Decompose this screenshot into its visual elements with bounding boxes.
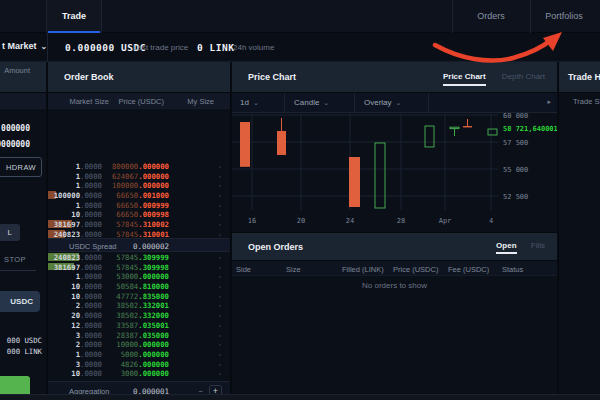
order-book-title: Order Book [64, 72, 114, 82]
total-usdc: 000 USDC [7, 336, 42, 345]
ask-row[interactable]: 10.000066650.000998- [48, 209, 230, 219]
market-size-cell: 381697.0000 [54, 220, 102, 229]
my-size-cell: - [218, 369, 222, 378]
my-size-cell: - [218, 301, 222, 310]
my-size-cell: - [218, 311, 222, 320]
bid-row[interactable]: 10.000050584.810000- [48, 281, 230, 291]
overlay-dropdown[interactable]: Overlay⌄ [364, 98, 401, 107]
trade-history-header: Trade His [559, 62, 600, 93]
ask-row[interactable]: 1.0000100000.000000- [48, 180, 230, 190]
price-cell: 800000.000000 [112, 162, 169, 171]
market-size-cell: 1.0000 [76, 272, 102, 281]
market-size-cell: 20.0000 [71, 311, 102, 320]
bid-row[interactable]: 1.000053000.000000- [48, 271, 230, 281]
market-size-cell: 10.0000 [71, 292, 102, 301]
market-size-cell: 381697.0000 [54, 263, 102, 272]
price-chart-title: Price Chart [248, 72, 296, 82]
price-cell: 3000.000000 [121, 369, 169, 378]
bid-row[interactable]: 240823.000057845.309999- [48, 252, 230, 262]
bottom-strip [0, 394, 600, 400]
candle [488, 129, 497, 135]
tab-fills[interactable]: Fills [531, 241, 545, 252]
tab-trade[interactable]: Trade [47, 0, 101, 33]
nav-separator [530, 0, 531, 33]
candle [450, 127, 459, 128]
price-cell: 57845.310002 [116, 220, 169, 229]
ask-row[interactable]: 381697.000057845.310002- [48, 219, 230, 229]
col-side: Side [236, 265, 251, 274]
market-size-cell: 3.0000 [76, 360, 102, 369]
nav-portfolios-link[interactable]: Portfolios [534, 0, 594, 33]
ask-row[interactable]: 1.0000800000.000000- [48, 161, 230, 171]
bid-row[interactable]: 20.000038502.332000- [48, 310, 230, 320]
open-orders-panel: Open Orders Open Fills SideSizeFilled (L… [232, 232, 557, 394]
y-axis-label: 55 000 [503, 166, 528, 174]
bid-row[interactable]: 3.00004826.000000- [48, 359, 230, 369]
bar-separator [47, 33, 48, 62]
amount-column-label: Amount [4, 66, 30, 75]
candle [425, 126, 434, 147]
currency-button[interactable]: USDC [0, 291, 40, 312]
price-cell: 4826.000000 [121, 360, 169, 369]
price-cell: 5000.000000 [121, 350, 169, 359]
tab-price-chart[interactable]: Price Chart [443, 72, 486, 86]
market-size-cell: 1.0000 [76, 181, 102, 190]
tab-trade-label: Trade [62, 11, 86, 21]
candle [375, 143, 385, 208]
price-cell: 53000.000000 [116, 272, 169, 281]
bid-row[interactable]: 12.000033587.035001- [48, 320, 230, 330]
col-trade-size: Trade Siz [573, 97, 600, 106]
bid-row[interactable]: 10.000047772.835000- [48, 291, 230, 301]
top-nav-bar: Trade Orders Portfolios [0, 0, 600, 33]
market-size-cell: 2.0000 [76, 301, 102, 310]
market-size-cell: 100000.0000 [54, 191, 102, 200]
col-fee-usdc-: Fee (USDC) [448, 265, 489, 274]
interval-dropdown[interactable]: 1d⌄ [240, 98, 259, 107]
candle [277, 131, 286, 155]
market-size-cell: 10.0000 [71, 210, 102, 219]
ask-row[interactable]: 1.0000624067.000000- [48, 171, 230, 181]
expand-arrow-icon[interactable]: ▸ [547, 98, 551, 106]
bid-row[interactable]: 2.000010000.000000- [48, 339, 230, 349]
market-selector-dropdown[interactable]: t Market⌄ [2, 41, 47, 51]
balance-value-1: .000000 [0, 124, 30, 133]
sell-tab-fragment[interactable]: L [0, 224, 20, 241]
market-size-cell: 12.0000 [71, 321, 102, 330]
bid-row[interactable]: 2.000038502.332001- [48, 300, 230, 310]
market-size-cell: 1.0000 [76, 162, 102, 171]
my-size-cell: - [218, 253, 222, 262]
spread-value: 0.000002 [133, 242, 169, 251]
price-chart-panel: Price Chart Price Chart Depth Chart 1d⌄ … [232, 62, 557, 232]
candle [463, 126, 472, 127]
my-size-cell: - [218, 292, 222, 301]
ask-row[interactable]: 1.000066650.000999- [48, 200, 230, 210]
market-size-cell: 2.0000 [76, 340, 102, 349]
withdraw-button[interactable]: HDRAW [0, 157, 42, 177]
trade-history-title: Trade His [568, 72, 600, 82]
price-cell: 33587.035001 [116, 321, 169, 330]
price-cell: 47772.835000 [116, 292, 169, 301]
stop-tab[interactable]: STOP [4, 255, 26, 264]
candlestick-chart[interactable]: 60 00057 50055 00052 50016202428Apr458 7… [232, 113, 557, 232]
tab-depth-chart[interactable]: Depth Chart [502, 72, 545, 84]
bids-list: 240823.000057845.309999-381697.000057845… [48, 252, 230, 378]
col-size: Size [286, 265, 301, 274]
bid-row[interactable]: 381697.000057845.309998- [48, 262, 230, 272]
price-cell: 66650.000999 [116, 201, 169, 210]
bid-row[interactable]: 10.00003000.000000- [48, 368, 230, 378]
volume-value: 0 LINK [197, 42, 234, 53]
price-cell: 38502.332000 [116, 311, 169, 320]
col-my-size: My Size [187, 97, 214, 106]
candle-type-dropdown[interactable]: Candle⌄ [294, 98, 329, 107]
x-axis-label: 24 [346, 217, 354, 225]
open-orders-title: Open Orders [248, 242, 303, 252]
price-cell: 100000.000000 [112, 181, 169, 190]
toolbar-separator [284, 93, 285, 113]
tab-open[interactable]: Open [496, 241, 516, 254]
nav-orders-link[interactable]: Orders [462, 0, 520, 33]
bid-row[interactable]: 3.000028387.035000- [48, 330, 230, 340]
bid-row[interactable]: 1.00005000.000000- [48, 349, 230, 359]
ask-row[interactable]: 100000.000066650.001000- [48, 190, 230, 200]
x-axis-label: Apr [439, 217, 452, 225]
market-size-cell: 240823.0000 [54, 253, 102, 262]
